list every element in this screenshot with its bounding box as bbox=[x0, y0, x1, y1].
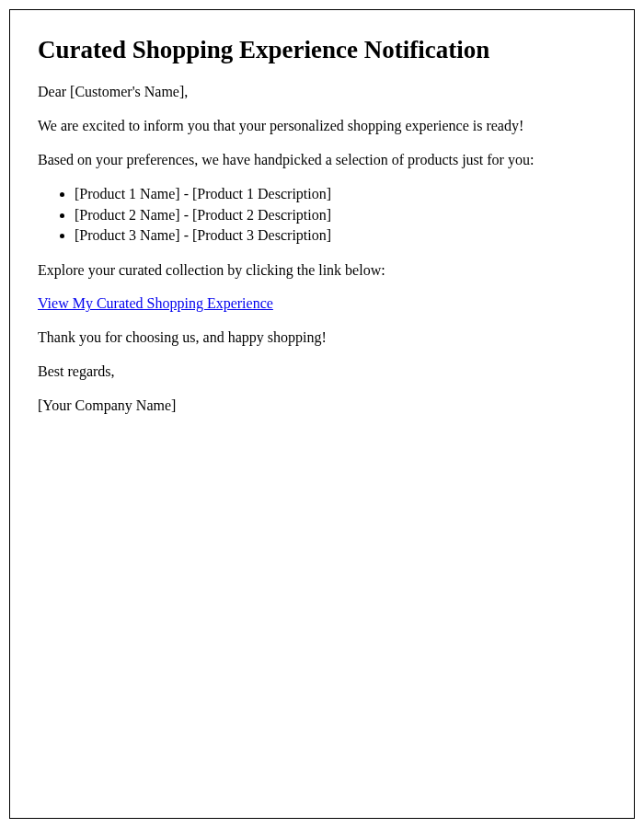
list-item: [Product 3 Name] - [Product 3 Descriptio… bbox=[75, 225, 606, 246]
curated-link[interactable]: View My Curated Shopping Experience bbox=[38, 295, 273, 311]
document-frame: Curated Shopping Experience Notification… bbox=[9, 9, 635, 819]
list-item: [Product 2 Name] - [Product 2 Descriptio… bbox=[75, 205, 606, 225]
page-title: Curated Shopping Experience Notification bbox=[38, 36, 606, 64]
intro-text: We are excited to inform you that your p… bbox=[38, 117, 606, 136]
company-text: [Your Company Name] bbox=[38, 397, 606, 416]
explore-text: Explore your curated collection by click… bbox=[38, 261, 606, 281]
regards-text: Best regards, bbox=[38, 362, 606, 382]
product-list: [Product 1 Name] - [Product 1 Descriptio… bbox=[75, 184, 606, 246]
link-paragraph: View My Curated Shopping Experience bbox=[38, 294, 606, 314]
thankyou-text: Thank you for choosing us, and happy sho… bbox=[38, 328, 606, 348]
greeting-text: Dear [Customer's Name], bbox=[38, 83, 606, 102]
preface-text: Based on your preferences, we have handp… bbox=[38, 151, 606, 170]
list-item: [Product 1 Name] - [Product 1 Descriptio… bbox=[75, 184, 606, 204]
